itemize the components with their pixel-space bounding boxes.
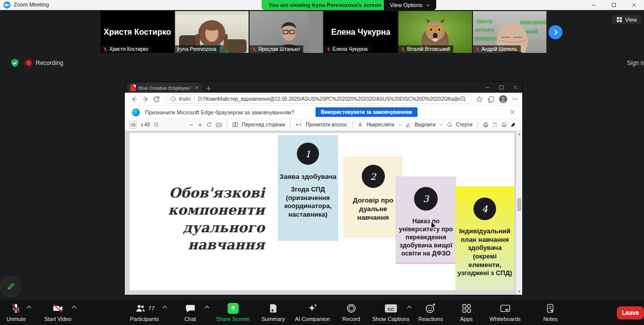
chat-button[interactable]: Chat [184,303,196,322]
chat-options-chevron[interactable] [204,305,210,309]
participant-tile-yaroslav[interactable]: Ярослав Штанько [250,11,323,53]
mic-muted-icon [400,47,406,52]
apps-icon [461,303,472,314]
browser-menu-icon[interactable] [512,96,518,102]
participant-tile-elena[interactable]: Елена Чукурна Елена Чукурна [324,11,397,53]
start-video-button[interactable]: Start Video [44,303,71,322]
collections-icon[interactable] [488,96,495,103]
summary-label: Summary [261,316,285,322]
zoom-out-icon[interactable] [189,122,194,128]
browser-action-icons [476,95,518,103]
participant-name-tag: Андрій Шепель [473,45,521,53]
apps-button[interactable]: Apps [460,303,472,322]
zoom-out-page-icon[interactable] [460,96,466,102]
shared-screen-browser: Blue Creative Employee Training Файл D:/… [125,82,522,295]
view-layout-button[interactable]: View [612,15,641,24]
browser-minimize-button[interactable] [480,82,494,93]
forward-button[interactable] [140,96,151,103]
camera-muted-icon [51,302,64,314]
start-video-label: Start Video [44,316,71,322]
security-shield-icon[interactable] [10,58,20,68]
draw-pen-icon [358,121,363,128]
zoom-in-icon[interactable] [198,122,202,128]
browser-tabstrip: Blue Creative Employee Training [125,82,522,93]
view-options-button[interactable]: View Options [384,0,436,10]
participant-tile-khrystia[interactable]: Христя Костирко Христя Костирко [101,11,174,53]
browser-close-button[interactable] [508,82,522,93]
back-button[interactable] [129,96,140,103]
captions-options-chevron[interactable] [407,305,412,309]
close-button[interactable] [624,0,644,10]
read-aloud-icon: A [295,121,301,128]
highlight-button[interactable]: Виділити [415,122,436,127]
record-button[interactable]: Record [342,303,360,322]
card-number: 2 [370,171,376,182]
participant-tile-andrii[interactable]: ХЕРСО АГРАРН УНІВЕРСИ ЕРЖАВНИЙ ІЧНИЙ Анд… [473,11,546,53]
notes-button[interactable]: Notes [543,303,558,322]
erase-button[interactable]: Стерти [456,122,472,127]
participants-options-chevron[interactable] [162,305,168,309]
highlight-chevron-icon[interactable] [440,123,443,126]
draw-chevron-icon[interactable] [398,123,401,126]
new-tab-button[interactable] [206,86,211,91]
participants-button[interactable]: 77 Participants [130,303,158,322]
card-number-circle: 1 [297,143,319,165]
share-screen-button[interactable]: Share Screen [216,303,250,322]
tab-close-icon[interactable] [195,86,199,90]
scrollbar-thumb[interactable] [517,198,521,211]
participant-tile-iryna-active-speaker[interactable]: Iryna Perevozova [175,11,249,53]
reload-button[interactable] [151,96,162,103]
svg-text:A: A [296,122,299,127]
participant-name-tag: Ярослав Штанько [250,45,303,53]
participant-name-text: Елена Чукурна [333,46,368,52]
save-icon[interactable] [493,121,498,128]
annotate-button[interactable] [0,276,21,297]
summary-button[interactable]: Summary [261,303,285,322]
draw-button[interactable]: Накреслити [367,122,394,127]
scroll-up-arrow[interactable]: ▲ [517,132,521,136]
slide-title: Обов'язкові компоненти дуального навчанн… [145,184,265,253]
use-default-button[interactable]: Використовувати за замовчуванням [315,107,418,117]
browser-maximize-button[interactable] [494,82,508,93]
scroll-down-arrow[interactable]: ▼ [517,290,521,294]
reactions-button[interactable]: Reactions [419,303,443,322]
print-icon[interactable] [483,121,489,128]
banner-close-icon[interactable] [510,109,515,115]
address-bar[interactable]: Файл D:/!КомпМайстер_відновлення@22.05.2… [166,94,471,104]
minimize-button[interactable] [584,0,604,10]
participant-tile-vitalii[interactable]: Віталій Вітовський [398,11,472,53]
mic-muted-icon [103,47,108,52]
video-options-chevron[interactable] [71,305,77,309]
whiteboards-button[interactable]: Whiteboards [490,303,521,322]
page-view-button[interactable]: Перегляд сторінки [242,122,285,127]
chat-label: Chat [184,316,196,322]
next-participants-button[interactable] [548,25,562,39]
pdf-file-icon [130,85,136,91]
pdf-scrollbar[interactable]: ▲ ▼ [516,131,522,295]
recording-dot-icon [26,60,31,66]
page-number-input[interactable]: 35 [129,121,136,128]
leave-button[interactable]: Leave [617,306,644,319]
card-number-circle: 3 [414,187,438,211]
url-text: D:/!КомпМайстер_відновлення@22.05.2020/A… [198,96,460,102]
ai-companion-button[interactable]: AI Companion [295,303,330,322]
read-aloud-button[interactable]: Прочитати вголос [305,122,347,127]
mic-muted-icon [252,47,257,52]
zoom-meeting-window: Zoom Meeting You are viewing Iryna Perev… [0,0,644,325]
sign-in-link[interactable]: Sign in [627,59,644,67]
save-as-icon[interactable] [502,121,507,128]
card-number-circle: 4 [473,198,496,220]
search-icon[interactable] [154,121,159,128]
page-info-icon[interactable] [171,96,176,102]
fit-to-width-icon[interactable] [216,122,222,128]
unmute-button[interactable]: Unmute [7,303,26,322]
rotate-icon[interactable] [206,121,212,128]
browser-tab[interactable]: Blue Creative Employee Training [127,83,202,93]
show-captions-button[interactable]: CC Show Captions [372,303,410,322]
audio-options-chevron[interactable] [26,305,32,309]
favorites-star-icon[interactable] [476,96,483,103]
pdf-page: Обов'язкові компоненти дуального навчанн… [130,133,514,290]
profile-avatar[interactable] [499,95,507,103]
maximize-button[interactable] [604,0,624,10]
pen-pin-icon[interactable] [511,121,516,128]
